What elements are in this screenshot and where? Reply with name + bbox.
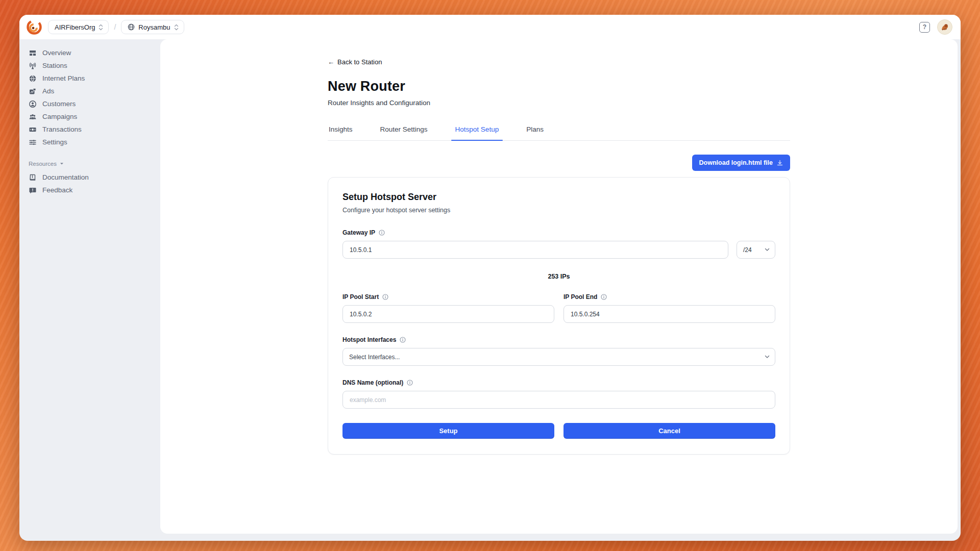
subnet-select-value: /24 — [743, 246, 752, 254]
tab-hotspot-setup[interactable]: Hotspot Setup — [454, 126, 500, 140]
setup-hotspot-card: Setup Hotspot Server Configure your hots… — [328, 177, 790, 455]
users-icon — [29, 113, 37, 121]
subnet-select[interactable]: /24 — [737, 241, 775, 259]
hotspot-interfaces-label: Hotspot Interfaces — [342, 336, 396, 343]
ip-pool-end-label: IP Pool End — [564, 293, 597, 300]
back-link-label: Back to Station — [337, 58, 382, 66]
sidebar-item-documentation[interactable]: Documentation — [29, 171, 152, 184]
sidebar-item-label: Settings — [42, 138, 67, 146]
back-to-station-link[interactable]: ← Back to Station — [328, 58, 382, 66]
ip-pool-start-input[interactable] — [342, 305, 554, 323]
page-title: New Router — [328, 79, 790, 94]
sidebar-item-label: Overview — [42, 49, 71, 57]
topbar: AIRFibersOrg / Roysambu ? — [19, 15, 961, 39]
tab-plans[interactable]: Plans — [525, 126, 545, 140]
sidebar-item-label: Customers — [42, 100, 76, 108]
info-icon[interactable] — [382, 294, 388, 300]
org-selector-label: AIRFibersOrg — [55, 23, 95, 31]
help-button-label: ? — [923, 23, 926, 31]
sidebar-item-label: Ads — [42, 87, 54, 95]
hotspot-interfaces-select[interactable]: Select Interfaces... — [342, 348, 775, 366]
sidebar-item-transactions[interactable]: Transactions — [29, 123, 152, 136]
sidebar-item-label: Documentation — [42, 173, 89, 181]
sidebar-item-stations[interactable]: Stations — [29, 59, 152, 72]
card-subtitle: Configure your hotspot server settings — [342, 207, 775, 214]
help-button[interactable]: ? — [919, 22, 930, 33]
sidebar-item-label: Campaigns — [42, 113, 77, 120]
sidebar-item-settings[interactable]: Settings — [29, 136, 152, 148]
user-circle-icon — [29, 100, 37, 108]
chat-icon — [29, 186, 37, 194]
sidebar-item-label: Feedback — [42, 186, 72, 194]
desktop-background: AIRFibersOrg / Roysambu ? — [0, 0, 980, 551]
page-subtitle: Router Insights and Configuration — [328, 99, 790, 107]
cancel-button[interactable]: Cancel — [564, 423, 775, 439]
sidebar: Overview Stations Internet Plans Ads Cus… — [19, 39, 160, 541]
breadcrumb-separator: / — [114, 23, 116, 31]
ip-pool-start-label: IP Pool Start — [342, 293, 379, 300]
sidebar-item-customers[interactable]: Customers — [29, 97, 152, 110]
download-icon — [777, 160, 783, 166]
app-window: AIRFibersOrg / Roysambu ? — [19, 15, 961, 541]
chevron-up-down-icon — [174, 24, 179, 31]
card-title: Setup Hotspot Server — [342, 192, 775, 203]
user-avatar[interactable] — [937, 19, 952, 35]
tab-bar: Insights Router Settings Hotspot Setup P… — [328, 126, 790, 141]
sidebar-item-campaigns[interactable]: Campaigns — [29, 110, 152, 123]
org-selector[interactable]: AIRFibersOrg — [48, 20, 109, 34]
main-panel: ← Back to Station New Router Router Insi… — [160, 39, 958, 534]
chevron-down-icon — [765, 248, 770, 252]
chevron-up-down-icon — [99, 24, 103, 31]
sliders-icon — [29, 138, 37, 146]
download-button-label: Download login.html file — [699, 159, 773, 166]
tab-insights[interactable]: Insights — [328, 126, 354, 140]
info-icon[interactable] — [601, 294, 607, 300]
sidebar-item-label: Internet Plans — [42, 74, 85, 82]
globe-filled-icon — [29, 74, 37, 83]
sidebar-item-label: Transactions — [42, 126, 82, 133]
station-selector-label: Roysambu — [138, 23, 170, 31]
globe-icon — [128, 23, 135, 31]
brand-logo-icon — [27, 19, 42, 35]
arrow-left-icon: ← — [328, 58, 334, 66]
dns-name-label: DNS Name (optional) — [342, 379, 403, 386]
book-icon — [29, 173, 37, 182]
sidebar-item-label: Stations — [42, 62, 67, 69]
grid-icon — [29, 49, 37, 57]
hotspot-interfaces-placeholder: Select Interfaces... — [349, 354, 400, 361]
sidebar-item-internet-plans[interactable]: Internet Plans — [29, 72, 152, 85]
ad-card-icon — [29, 87, 37, 95]
banknote-icon — [29, 126, 37, 134]
download-login-file-button[interactable]: Download login.html file — [692, 155, 790, 171]
info-icon[interactable] — [407, 380, 413, 386]
ip-pool-end-input[interactable] — [564, 305, 775, 323]
sidebar-section-resources[interactable]: Resources — [29, 161, 152, 167]
tab-router-settings[interactable]: Router Settings — [379, 126, 429, 140]
station-selector[interactable]: Roysambu — [121, 20, 184, 34]
antenna-icon — [29, 62, 37, 70]
chevron-down-icon — [60, 162, 64, 165]
window-body: Overview Stations Internet Plans Ads Cus… — [19, 39, 961, 541]
sidebar-item-ads[interactable]: Ads — [29, 85, 152, 97]
info-icon[interactable] — [400, 337, 406, 343]
chevron-down-icon — [765, 355, 770, 359]
sidebar-item-feedback[interactable]: Feedback — [29, 184, 152, 196]
sidebar-item-overview[interactable]: Overview — [29, 46, 152, 59]
setup-button[interactable]: Setup — [342, 423, 554, 439]
gateway-ip-label: Gateway IP — [342, 229, 375, 236]
resources-label: Resources — [29, 161, 57, 167]
gateway-ip-input[interactable] — [342, 241, 728, 259]
info-icon[interactable] — [379, 230, 385, 236]
dns-name-input[interactable] — [342, 391, 775, 409]
ip-count-text: 253 IPs — [342, 273, 775, 280]
